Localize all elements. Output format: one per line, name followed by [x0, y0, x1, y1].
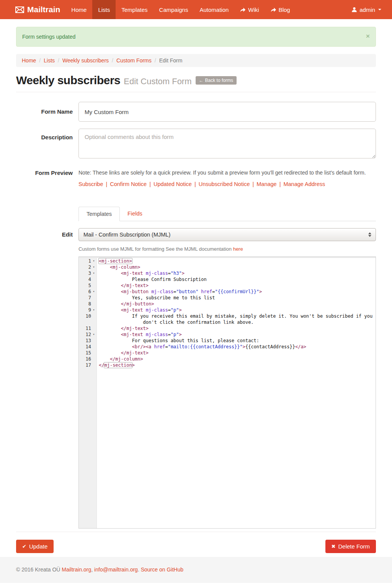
tab-templates[interactable]: Templates	[78, 207, 120, 221]
fold-arrow-icon[interactable]: ▾	[91, 270, 96, 276]
code-segment: =	[168, 332, 171, 337]
tab-fields[interactable]: Fields	[120, 207, 150, 221]
gutter-cell: 14	[79, 344, 96, 350]
tabs: TemplatesFields	[78, 207, 376, 221]
code-segment: mj-class	[146, 307, 168, 313]
code-segment: "h3"	[171, 271, 182, 276]
footer-link[interactable]: Mailtrain.org	[62, 566, 91, 573]
code-editor[interactable]: 1▾<mj-section>2▾ <mj-column>3▾ <mj-text …	[78, 256, 376, 529]
mjml-docs-link[interactable]: here	[233, 246, 243, 252]
line-number: 3	[79, 270, 91, 276]
gutter-cell: 7	[79, 295, 96, 301]
code-segment: </a>	[295, 344, 306, 349]
footer-text-part: © 2016 Kreata OÜ	[16, 566, 62, 573]
update-button[interactable]: ✔ Update	[16, 540, 54, 553]
preview-link[interactable]: Manage Address	[277, 181, 325, 187]
line-number: 11	[79, 325, 91, 331]
action-bar: ✔ Update ✖ Delete Form	[16, 540, 376, 553]
footer-link[interactable]: info@mailtrain.org	[94, 566, 138, 573]
code-segment: =	[168, 271, 171, 276]
page-subtitle: Edit Custom Form	[124, 77, 191, 86]
preview-link[interactable]: Manage	[250, 181, 276, 187]
line-number: 15	[79, 350, 91, 356]
code-segment	[99, 350, 121, 356]
share-arrow-icon	[271, 7, 276, 12]
code-text: <br/><a href="mailto:{{contactAddress}}"…	[96, 344, 376, 350]
nav-item-blog[interactable]: Blog	[265, 0, 296, 19]
line-number: 17	[79, 362, 91, 368]
nav-item-templates[interactable]: Templates	[116, 0, 153, 19]
code-segment: </mj-text>	[121, 350, 149, 356]
preview-link[interactable]: Confirm Notice	[103, 181, 147, 187]
mjml-help-text: Custom forms use MJML for formatting See…	[78, 246, 376, 252]
template-select[interactable]: Mail - Confirm Subscription (MJML)	[78, 228, 376, 241]
breadcrumb-item: Custom Forms	[109, 57, 152, 64]
fold-arrow-icon[interactable]: ▾	[91, 264, 96, 270]
gutter-cell: 16	[79, 356, 96, 362]
code-segment: mj-class	[146, 271, 168, 276]
nav-item-campaigns[interactable]: Campaigns	[154, 0, 194, 19]
check-icon: ✔	[22, 544, 26, 549]
user-label: admin	[359, 7, 375, 13]
brand-label: Mailtrain	[27, 5, 60, 14]
code-segment	[99, 332, 121, 337]
fold-arrow-icon[interactable]: ▾	[91, 331, 96, 338]
preview-link[interactable]: Subscribe	[78, 181, 103, 187]
gutter-cell: 5	[79, 282, 96, 289]
code-segment: mj-class	[151, 289, 173, 294]
delete-form-button[interactable]: ✖ Delete Form	[325, 540, 376, 553]
nav-item-wiki[interactable]: Wiki	[234, 0, 265, 19]
code-segment	[99, 307, 121, 313]
nav-item-home[interactable]: Home	[65, 0, 92, 19]
breadcrumb-link[interactable]: Weekly subscribers	[62, 57, 109, 64]
edit-label: Edit	[16, 228, 73, 241]
fold-arrow-icon[interactable]: ▾	[91, 289, 96, 295]
code-text: Yes, subscribe me to this list	[96, 295, 376, 301]
code-text: </mj-column>	[96, 356, 376, 362]
code-line: 12▾ <mj-text mj-class="p">	[79, 331, 376, 338]
preview-link[interactable]: Unsubscribed Notice	[192, 181, 250, 187]
line-number: 8	[79, 301, 91, 307]
breadcrumb-link[interactable]: Home	[22, 57, 36, 64]
footer-link[interactable]: Source on GitHub	[141, 566, 183, 573]
nav-item-label: Automation	[199, 7, 229, 13]
code-segment: "mailto:{{contactAddress}}"	[168, 344, 243, 349]
description-label: Description	[16, 129, 73, 160]
breadcrumb-active: Edit Form	[152, 57, 183, 64]
footer-text-part: ,	[91, 566, 94, 573]
code-text: <mj-text mj-class="h3">	[96, 270, 376, 276]
form-name-row: Form Name	[16, 102, 376, 122]
line-number: 4	[79, 276, 91, 282]
brand[interactable]: Mailtrain	[15, 0, 60, 19]
form-name-input[interactable]	[78, 102, 376, 122]
breadcrumb-link[interactable]: Custom Forms	[116, 57, 152, 64]
gutter-cell: 9▾	[79, 307, 96, 313]
code-segment: href	[201, 289, 212, 294]
breadcrumb: HomeListsWeekly subscribersCustom FormsE…	[16, 54, 376, 67]
code-text: </mj-text>	[96, 325, 376, 331]
description-textarea[interactable]	[78, 129, 376, 158]
back-to-forms-button[interactable]: ←Back to forms	[196, 76, 237, 85]
nav-item-lists[interactable]: Lists	[92, 0, 116, 19]
preview-link[interactable]: Updated Notice	[147, 181, 192, 187]
user-menu[interactable]: admin	[351, 0, 381, 19]
code-line: 16 </mj-column>	[79, 356, 376, 362]
bottom-divider	[16, 532, 376, 532]
breadcrumb-item: Home	[22, 57, 36, 64]
breadcrumb-link[interactable]: Lists	[44, 57, 55, 64]
line-number: 2	[79, 264, 91, 270]
gutter-cell: 4	[79, 276, 96, 282]
code-segment	[143, 332, 146, 337]
code-segment: >	[132, 362, 135, 368]
close-icon[interactable]: ×	[366, 34, 370, 40]
code-text: Please Confirm Subscription	[96, 276, 376, 282]
code-segment: </mj-text>	[121, 283, 149, 288]
fold-arrow-icon[interactable]: ▾	[91, 307, 96, 313]
nav-item-automation[interactable]: Automation	[194, 0, 234, 19]
gutter-cell: 12▾	[79, 331, 96, 338]
code-segment: "{{confirmUrl}}"	[215, 289, 259, 294]
code-text: If you received this email by mistake, s…	[96, 313, 376, 325]
code-segment: =	[165, 344, 168, 349]
fold-arrow-icon[interactable]: ▾	[91, 258, 96, 264]
code-segment: "p"	[171, 332, 179, 337]
